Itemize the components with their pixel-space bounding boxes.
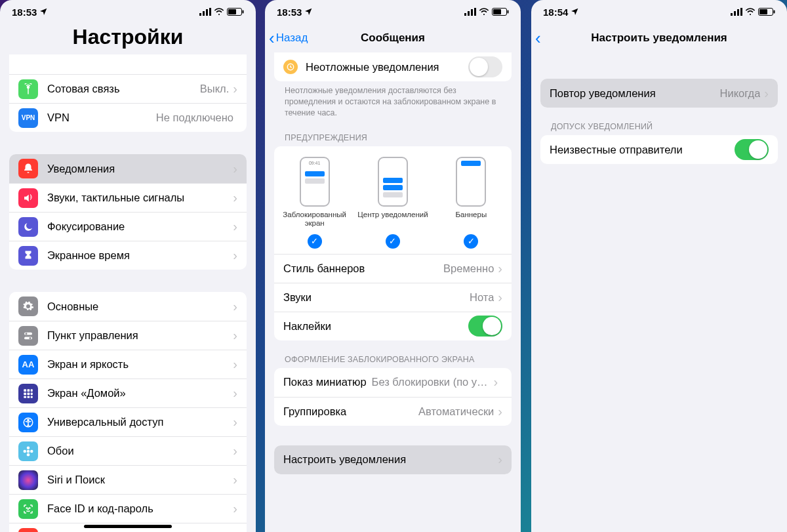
- row-customize-notifications[interactable]: Настроить уведомления ›: [274, 445, 512, 474]
- row-label: VPN: [47, 112, 156, 124]
- chevron-right-icon: ›: [498, 404, 502, 419]
- chevron-right-icon: ›: [233, 248, 237, 263]
- svg-rect-2: [206, 9, 208, 16]
- chevron-right-icon: ›: [233, 328, 237, 343]
- faceid-icon: [18, 499, 38, 519]
- row-grouping[interactable]: Группировка Автоматически ›: [274, 397, 512, 426]
- row-vpn[interactable]: VPN VPN Не подключено: [9, 103, 247, 132]
- chevron-right-icon: ›: [233, 443, 237, 459]
- siri-icon: [18, 470, 38, 490]
- row-urgent-notifications[interactable]: Неотложные уведомления: [274, 52, 512, 81]
- check-icon: ✓: [386, 234, 400, 249]
- nav-bar: ‹ Назад Сообщения: [265, 24, 521, 52]
- row-faceid[interactable]: Face ID и код-пароль ›: [9, 494, 247, 523]
- row-value: Не подключено: [156, 112, 233, 124]
- row-controlcenter[interactable]: Пункт управления ›: [9, 321, 247, 350]
- row-badges[interactable]: Наклейки: [274, 312, 512, 340]
- chevron-right-icon: ›: [233, 190, 237, 205]
- row-repeat-notification[interactable]: Повтор уведомления Никогда ›: [540, 79, 778, 108]
- group-customize: Настроить уведомления ›: [274, 445, 512, 474]
- row-siri[interactable]: Siri и Поиск ›: [9, 465, 247, 494]
- svg-point-11: [26, 333, 28, 335]
- toggle-badges[interactable]: [468, 316, 502, 337]
- row-banner-style[interactable]: Стиль баннеров Временно ›: [274, 254, 512, 283]
- row-label: Основные: [47, 300, 233, 313]
- svg-rect-43: [740, 8, 742, 16]
- row-general[interactable]: Основные ›: [9, 292, 247, 321]
- grid-icon: [18, 384, 38, 403]
- wifi-icon: [214, 7, 224, 18]
- row-cellular[interactable]: Сотовая связь Выкл. ›: [9, 74, 247, 103]
- check-icon: ✓: [464, 234, 478, 249]
- battery-icon: [758, 7, 775, 18]
- svg-rect-47: [774, 10, 775, 13]
- svg-rect-41: [734, 11, 736, 16]
- row-label: Стиль баннеров: [283, 262, 443, 275]
- alert-option-banner[interactable]: Баннеры ✓: [432, 157, 510, 249]
- antenna-icon: [18, 79, 38, 99]
- back-label: Назад: [276, 31, 308, 45]
- row-partial-top[interactable]: [9, 54, 247, 74]
- svg-point-25: [27, 446, 30, 449]
- row-label: Неотложные уведомления: [306, 61, 468, 73]
- row-label: Сотовая связь: [47, 83, 200, 95]
- lockscreen-header: ОФОРМЛЕНИЕ ЗАБЛОКИРОВАННОГО ЭКРАНА: [265, 340, 521, 368]
- row-homescreen[interactable]: Экран «Домой» ›: [9, 379, 247, 407]
- row-focus[interactable]: Фокусирование ›: [9, 212, 247, 241]
- row-label: Звуки: [283, 291, 470, 304]
- svg-point-24: [27, 449, 30, 453]
- svg-rect-6: [228, 9, 236, 14]
- gear-icon: [18, 297, 38, 316]
- svg-rect-1: [203, 11, 205, 16]
- svg-point-8: [28, 86, 30, 88]
- row-sounds[interactable]: Звуки Нота ›: [274, 283, 512, 312]
- alert-option-lockscreen[interactable]: 09:41 Заблокированный экран ✓: [276, 157, 353, 249]
- svg-rect-31: [464, 13, 466, 16]
- allow-header: ДОПУСК УВЕДОМЛЕНИЙ: [531, 108, 787, 135]
- toggle-urgent[interactable]: [468, 56, 502, 77]
- row-label: Настроить уведомления: [283, 453, 498, 466]
- svg-point-12: [30, 337, 31, 338]
- home-indicator[interactable]: [84, 525, 172, 528]
- group-network: Сотовая связь Выкл. › VPN VPN Не подключ…: [9, 54, 247, 132]
- flower-icon: [18, 441, 38, 461]
- row-wallpaper[interactable]: Обои ›: [9, 436, 247, 465]
- svg-rect-32: [468, 11, 470, 16]
- row-notifications[interactable]: Уведомления ›: [9, 154, 247, 183]
- page-title: Сообщения: [361, 31, 425, 45]
- svg-rect-33: [471, 9, 473, 16]
- row-label: Неизвестные отправители: [550, 144, 735, 156]
- row-unknown-senders[interactable]: Неизвестные отправители: [540, 135, 778, 164]
- location-icon: [39, 7, 48, 18]
- toggle-unknown-senders[interactable]: [735, 139, 769, 160]
- back-button[interactable]: ‹ Назад: [269, 30, 308, 47]
- text-size-icon: AA: [18, 355, 38, 375]
- row-label: Универсальный доступ: [47, 416, 233, 428]
- signal-icon: [464, 7, 476, 18]
- svg-rect-18: [31, 392, 33, 395]
- row-value: Без блокировки (по ум…: [372, 376, 490, 388]
- chevron-right-icon: ›: [233, 161, 237, 176]
- row-label: Face ID и код-пароль: [47, 502, 233, 515]
- alert-label: Заблокированный экран: [276, 211, 353, 229]
- row-accessibility[interactable]: Универсальный доступ ›: [9, 407, 247, 436]
- group-alert-style: 09:41 Заблокированный экран ✓ Центр увед…: [274, 146, 512, 340]
- group-alerts: Уведомления › Звуки, тактильные сигналы …: [9, 154, 247, 270]
- vpn-icon: VPN: [18, 108, 38, 128]
- row-screentime[interactable]: Экранное время ›: [9, 241, 247, 270]
- svg-point-23: [28, 419, 29, 420]
- row-show-previews[interactable]: Показ миниатюр Без блокировки (по ум… ›: [274, 368, 512, 397]
- row-value: Нота: [470, 291, 494, 304]
- row-display[interactable]: AA Экран и яркость ›: [9, 350, 247, 379]
- back-button[interactable]: ‹: [535, 30, 542, 47]
- nav-bar: ‹ Настроить уведомления: [531, 24, 787, 52]
- lockscreen-preview-icon: 09:41: [300, 157, 330, 207]
- svg-rect-42: [737, 9, 739, 16]
- row-sounds[interactable]: Звуки, тактильные сигналы ›: [9, 183, 247, 212]
- alert-option-center[interactable]: Центр уведомлений ✓: [354, 157, 432, 249]
- svg-rect-3: [209, 8, 211, 16]
- svg-point-26: [27, 453, 30, 457]
- svg-rect-16: [24, 392, 26, 395]
- row-label: Экран и яркость: [47, 358, 233, 371]
- clock-icon: [283, 60, 298, 74]
